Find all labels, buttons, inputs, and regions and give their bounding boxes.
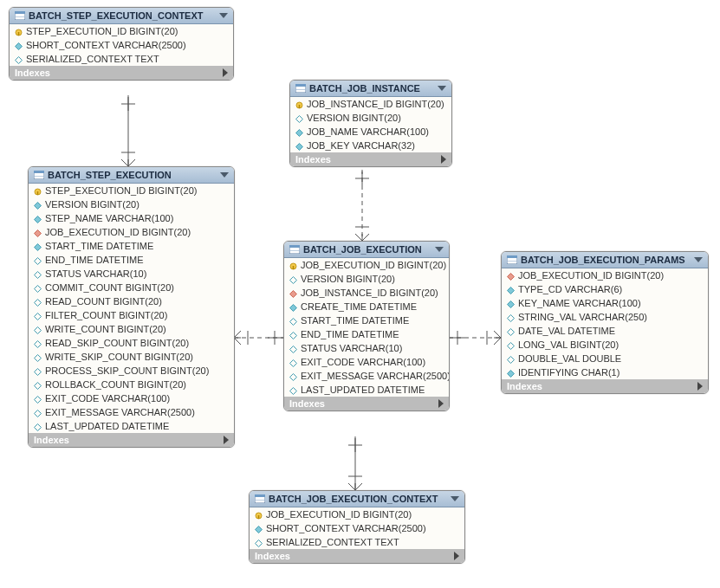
column-row: STRING_VAL VARCHAR(250)	[502, 310, 708, 324]
svg-line-30	[234, 331, 241, 338]
table-title: BATCH_JOB_EXECUTION_PARAMS	[521, 255, 685, 265]
column-row: CREATE_TIME DATETIME	[284, 300, 449, 313]
column-row: JOB_INSTANCE_ID BIGINT(20)	[290, 97, 451, 111]
table-icon	[34, 171, 44, 179]
column-row: END_TIME DATETIME	[284, 327, 449, 341]
column-row: EXIT_MESSAGE VARCHAR(2500)	[284, 369, 449, 383]
column-row: LONG_VAL BIGINT(20)	[502, 338, 708, 352]
column-row: EXIT_CODE VARCHAR(100)	[29, 391, 234, 405]
column-row: JOB_EXECUTION_ID BIGINT(20)	[284, 258, 449, 272]
table-title: BATCH_JOB_EXECUTION	[303, 244, 422, 255]
table-batch-job-execution: BATCH_JOB_EXECUTION JOB_EXECUTION_ID BIG…	[283, 241, 450, 411]
collapse-icon	[694, 257, 703, 262]
expand-icon	[441, 155, 446, 164]
column-row: VERSION BIGINT(20)	[284, 272, 449, 286]
collapse-icon	[451, 496, 459, 501]
column-row: DOUBLE_VAL DOUBLE	[502, 352, 708, 365]
table-header: BATCH_JOB_EXECUTION_CONTEXT	[250, 491, 464, 507]
indexes-row: Indexes	[502, 379, 708, 393]
column-row: JOB_EXECUTION_ID BIGINT(20)	[250, 507, 464, 521]
svg-line-11	[121, 159, 128, 166]
expand-icon	[438, 399, 444, 408]
table-icon	[295, 84, 306, 93]
expand-icon	[223, 68, 228, 77]
pk-icon	[15, 28, 23, 36]
expand-icon	[224, 436, 229, 444]
column-row: PROCESS_SKIP_COUNT BIGINT(20)	[29, 364, 234, 378]
table-batch-job-execution-params: BATCH_JOB_EXECUTION_PARAMS JOB_EXECUTION…	[501, 251, 709, 394]
column-row: START_TIME DATETIME	[29, 239, 234, 253]
table-icon	[255, 494, 265, 503]
table-batch-job-instance: BATCH_JOB_INSTANCE JOB_INSTANCE_ID BIGIN…	[289, 80, 452, 167]
table-title: BATCH_JOB_INSTANCE	[309, 83, 420, 94]
column-row: EXIT_MESSAGE VARCHAR(2500)	[29, 405, 234, 419]
column-row: TYPE_CD VARCHAR(6)	[502, 282, 708, 296]
svg-line-26	[355, 483, 362, 490]
expand-icon	[697, 382, 703, 391]
column-row: STATUS VARCHAR(10)	[284, 341, 449, 355]
column-row: SHORT_CONTEXT VARCHAR(2500)	[10, 38, 233, 52]
column-row: ROLLBACK_COUNT BIGINT(20)	[29, 378, 234, 391]
table-title: BATCH_STEP_EXECUTION	[48, 170, 172, 180]
table-icon	[289, 245, 300, 254]
svg-line-25	[348, 483, 355, 490]
table-header: BATCH_JOB_EXECUTION	[284, 242, 449, 258]
column-row: STEP_EXECUTION_ID BIGINT(20)	[29, 184, 234, 197]
table-header: BATCH_STEP_EXECUTION_CONTEXT	[10, 8, 233, 24]
column-row: JOB_INSTANCE_ID BIGINT(20)	[284, 286, 449, 300]
column-row: READ_COUNT BIGINT(20)	[29, 294, 234, 308]
column-row: STEP_NAME VARCHAR(100)	[29, 211, 234, 225]
column-row: JOB_EXECUTION_ID BIGINT(20)	[502, 268, 708, 282]
svg-line-39	[494, 331, 501, 338]
column-row: STATUS VARCHAR(10)	[29, 267, 234, 281]
indexes-row: Indexes	[284, 397, 449, 410]
column-row: READ_SKIP_COUNT BIGINT(20)	[29, 336, 234, 350]
column-row: START_TIME DATETIME	[284, 313, 449, 327]
table-batch-step-execution: BATCH_STEP_EXECUTION STEP_EXECUTION_ID B…	[28, 166, 235, 448]
column-row: KEY_NAME VARCHAR(100)	[502, 296, 708, 310]
column-row: WRITE_SKIP_COUNT BIGINT(20)	[29, 350, 234, 364]
column-row: DATE_VAL DATETIME	[502, 324, 708, 338]
collapse-icon	[438, 86, 446, 91]
collapse-icon	[219, 13, 228, 18]
table-header: BATCH_JOB_EXECUTION_PARAMS	[502, 252, 708, 268]
column-row: EXIT_CODE VARCHAR(100)	[284, 355, 449, 369]
diamond-open-icon	[15, 55, 23, 63]
svg-line-19	[362, 234, 369, 241]
column-row: VERSION BIGINT(20)	[290, 111, 451, 125]
column-row: WRITE_COUNT BIGINT(20)	[29, 322, 234, 336]
svg-line-31	[234, 338, 241, 345]
column-row: IDENTIFYING CHAR(1)	[502, 365, 708, 379]
column-row: JOB_KEY VARCHAR(32)	[290, 139, 451, 152]
indexes-row: Indexes	[290, 152, 451, 166]
indexes-row: Indexes	[29, 433, 234, 447]
column-row: STEP_EXECUTION_ID BIGINT(20)	[10, 24, 233, 38]
table-header: BATCH_JOB_INSTANCE	[290, 81, 451, 97]
column-row: JOB_NAME VARCHAR(100)	[290, 125, 451, 139]
column-row: END_TIME DATETIME	[29, 253, 234, 267]
table-title: BATCH_STEP_EXECUTION_CONTEXT	[29, 10, 204, 21]
column-row: FILTER_COUNT BIGINT(20)	[29, 308, 234, 322]
table-title: BATCH_JOB_EXECUTION_CONTEXT	[269, 494, 438, 504]
svg-line-12	[128, 159, 135, 166]
column-row: COMMIT_COUNT BIGINT(20)	[29, 281, 234, 294]
svg-line-40	[494, 338, 501, 345]
svg-line-18	[355, 234, 362, 241]
indexes-row: Indexes	[10, 66, 233, 80]
indexes-row: Indexes	[250, 549, 464, 563]
collapse-icon	[220, 172, 229, 178]
column-row: SERIALIZED_CONTEXT TEXT	[250, 535, 464, 549]
column-row: LAST_UPDATED DATETIME	[284, 383, 449, 397]
column-row: VERSION BIGINT(20)	[29, 197, 234, 211]
diamond-icon	[15, 42, 23, 49]
column-row: SHORT_CONTEXT VARCHAR(2500)	[250, 521, 464, 535]
column-row: JOB_EXECUTION_ID BIGINT(20)	[29, 225, 234, 239]
table-header: BATCH_STEP_EXECUTION	[29, 167, 234, 184]
table-batch-job-execution-context: BATCH_JOB_EXECUTION_CONTEXT JOB_EXECUTIO…	[249, 490, 465, 564]
column-row: LAST_UPDATED DATETIME	[29, 419, 234, 433]
table-batch-step-execution-context: BATCH_STEP_EXECUTION_CONTEXT STEP_EXECUT…	[9, 7, 234, 81]
collapse-icon	[435, 247, 444, 252]
table-icon	[15, 11, 25, 20]
column-row: SERIALIZED_CONTEXT TEXT	[10, 52, 233, 66]
table-icon	[507, 255, 517, 264]
